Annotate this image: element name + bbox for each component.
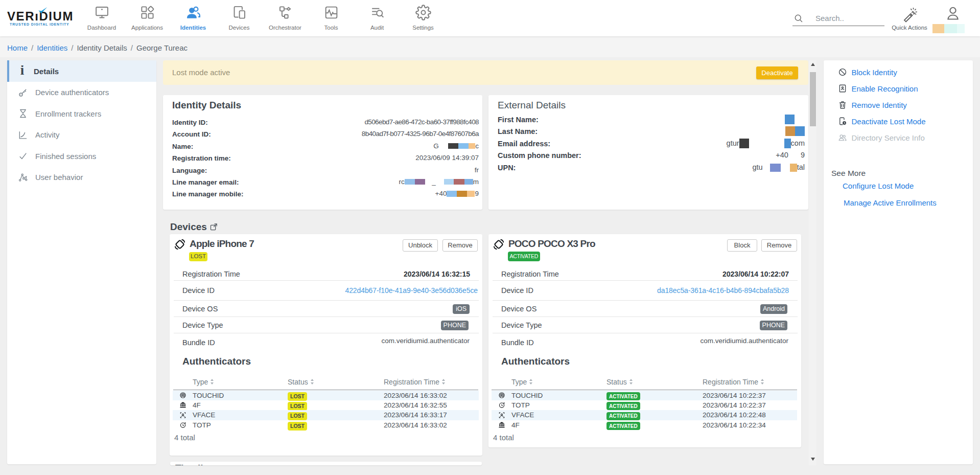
- svg-text:i: i: [20, 65, 25, 77]
